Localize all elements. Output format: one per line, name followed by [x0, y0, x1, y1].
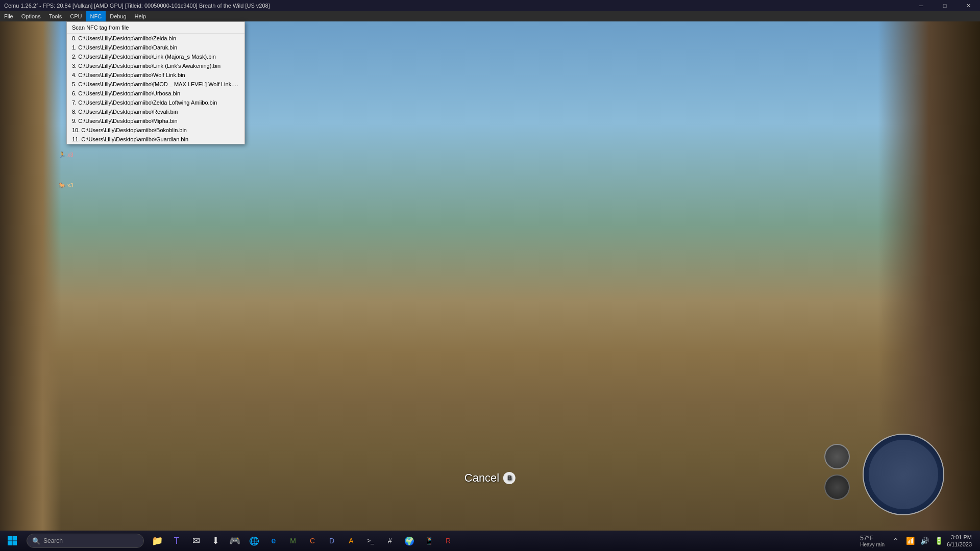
nfc-scan-file[interactable]: Scan NFC tag from file [67, 22, 244, 34]
hud-creature-2: 🐎 x3 [59, 182, 74, 189]
svg-rect-1 [13, 536, 17, 541]
taskbar-app-terminal[interactable]: >_ [361, 532, 380, 550]
taskbar-app-minecraft[interactable]: M [284, 532, 302, 550]
minimize-button[interactable]: ─ [910, 0, 933, 11]
left-pillar [0, 21, 61, 531]
search-bar[interactable]: 🔍 Search [27, 534, 144, 548]
menu-debug[interactable]: Debug [106, 11, 130, 21]
tray-chevron-up[interactable]: ⌃ [890, 532, 902, 550]
taskbar-app-misc1[interactable]: 📱 [420, 532, 438, 550]
creature1-icon: 🏃 [59, 152, 66, 158]
nfc-recent-8[interactable]: 8. C:\Users\Lilly\Desktop\amiibo\Revali.… [67, 107, 244, 116]
cancel-label: Cancel [464, 471, 499, 485]
nfc-recent-9[interactable]: 9. C:\Users\Lilly\Desktop\amiibo\Mipha.b… [67, 116, 244, 126]
minimap [863, 434, 944, 515]
creature2-count: x3 [67, 182, 74, 188]
menu-bar: File Options Tools CPU NFC Debug Help [0, 11, 980, 21]
nfc-recent-10[interactable]: 10. C:\Users\Lilly\Desktop\amiibo\Bokobl… [67, 126, 244, 135]
minimap-inner [869, 440, 938, 509]
menu-help[interactable]: Help [131, 11, 151, 21]
taskbar: 🔍 Search 📁 T ✉ ⬇ 🎮 🌐 e M C D A >_ # 🌍 📱 … [0, 531, 980, 551]
taskbar-app-edge[interactable]: e [264, 532, 283, 550]
title-bar: Cemu 1.26.2f - FPS: 20.84 [Vulkan] [AMD … [0, 0, 980, 11]
title-bar-controls: ─ □ ✕ [910, 0, 980, 11]
maximize-button[interactable]: □ [933, 0, 957, 11]
title-text: Cemu 1.26.2f - FPS: 20.84 [Vulkan] [AMD … [0, 3, 270, 9]
action-button-2 [824, 474, 850, 500]
nfc-recent-5[interactable]: 5. C:\Users\Lilly\Desktop\amiibo\[MOD _ … [67, 80, 244, 89]
taskbar-app-discord[interactable]: D [323, 532, 341, 550]
nfc-recent-3[interactable]: 3. C:\Users\Lilly\Desktop\amiibo\Link (L… [67, 61, 244, 70]
system-clock[interactable]: 3:01 PM 6/11/2023 [947, 534, 976, 548]
svg-rect-0 [8, 536, 12, 541]
nfc-recent-1[interactable]: 1. C:\Users\Lilly\Desktop\amiibo\Daruk.b… [67, 43, 244, 52]
nfc-recent-0[interactable]: 0. C:\Users\Lilly\Desktop\amiibo\Zelda.b… [67, 34, 244, 43]
tray-battery-icon[interactable]: 🔋 [933, 532, 945, 550]
taskbar-icons: 📁 T ✉ ⬇ 🎮 🌐 e M C D A >_ # 🌍 📱 R [148, 532, 457, 550]
taskbar-app-dl[interactable]: ⬇ [206, 532, 225, 550]
nfc-recent-11[interactable]: 11. C:\Users\Lilly\Desktop\amiibo\Guardi… [67, 135, 244, 144]
taskbar-app-teams[interactable]: T [167, 532, 186, 550]
taskbar-app-ruby[interactable]: R [439, 532, 457, 550]
start-button[interactable] [0, 531, 24, 551]
menu-cpu[interactable]: CPU [66, 11, 86, 21]
menu-options[interactable]: Options [17, 11, 45, 21]
nfc-recent-6[interactable]: 6. C:\Users\Lilly\Desktop\amiibo\Urbosa.… [67, 89, 244, 98]
creature2-icon: 🐎 [59, 182, 66, 188]
taskbar-app-mail[interactable]: ✉ [187, 532, 205, 550]
b-button: B [503, 472, 516, 484]
nfc-recent-4[interactable]: 4. C:\Users\Lilly\Desktop\amiibo\Wolf Li… [67, 70, 244, 80]
weather-temp: 57°F [860, 535, 873, 542]
title-bar-left: Cemu 1.26.2f - FPS: 20.84 [Vulkan] [AMD … [0, 3, 270, 9]
menu-nfc[interactable]: NFC [86, 11, 106, 21]
taskbar-app-calc[interactable]: # [381, 532, 399, 550]
system-tray: 57°F Heavy rain ⌃ 📶 🔊 🔋 3:01 PM 6/11/202… [857, 532, 980, 550]
taskbar-app-gaming[interactable]: 🎮 [226, 532, 244, 550]
svg-rect-3 [13, 541, 17, 546]
taskbar-app-curseforge[interactable]: C [303, 532, 322, 550]
menu-tools[interactable]: Tools [45, 11, 66, 21]
close-button[interactable]: ✕ [957, 0, 980, 11]
hud-creature-1: 🏃 x3 [59, 152, 74, 158]
taskbar-app-browser2[interactable]: 🌍 [400, 532, 419, 550]
taskbar-app-amazon[interactable]: A [342, 532, 360, 550]
search-text: Search [43, 537, 63, 544]
clock-time: 3:01 PM [947, 534, 972, 541]
nfc-dropdown: Scan NFC tag from file 0. C:\Users\Lilly… [66, 21, 245, 144]
svg-rect-2 [8, 541, 12, 546]
tray-network-icon[interactable]: 📶 [904, 532, 916, 550]
search-icon: 🔍 [32, 537, 40, 545]
nfc-recent-2[interactable]: 2. C:\Users\Lilly\Desktop\amiibo\Link (M… [67, 52, 244, 61]
weather-desc: Heavy rain [860, 542, 885, 547]
menu-file[interactable]: File [0, 11, 17, 21]
action-button-1 [824, 444, 850, 469]
cancel-ui: Cancel B [464, 471, 516, 485]
taskbar-app-chrome[interactable]: 🌐 [245, 532, 263, 550]
creature1-count: x3 [67, 152, 74, 158]
tray-weather[interactable]: 57°F Heavy rain [857, 535, 888, 547]
taskbar-app-fileexplorer[interactable]: 📁 [148, 532, 166, 550]
clock-date: 6/11/2023 [947, 541, 972, 548]
tray-volume-icon[interactable]: 🔊 [918, 532, 930, 550]
nfc-recent-7[interactable]: 7. C:\Users\Lilly\Desktop\amiibo\Zelda L… [67, 98, 244, 107]
